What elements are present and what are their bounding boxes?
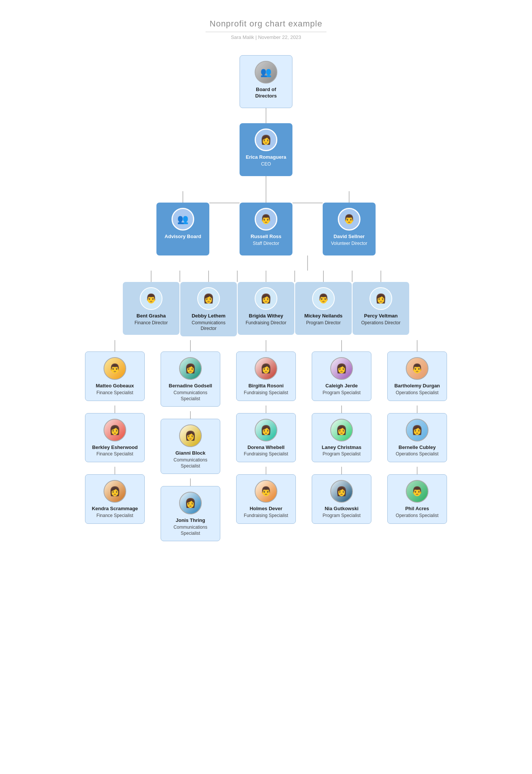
node-birgitta-title: Fundraising Specialist [244,390,288,396]
col-ops-specialists: 👨 Bartholemy Durgan Operations Specialis… [383,340,451,523]
avatar-mickey: 👨 [312,287,335,310]
node-caleigh[interactable]: 👩 Caleigh Jerde Program Specialist [312,351,371,401]
node-david-name: David Sellner [334,234,365,240]
node-jonis[interactable]: 👩 Jonis Thring Communications Specialist [161,486,220,541]
avatar-board: 👥 [255,61,277,84]
node-gianni-title: Communications Specialist [165,457,215,469]
node-debby[interactable]: 👩 Debby Lethem Communications Director [180,282,237,336]
node-berkley[interactable]: 👩 Berkley Esherwood Finance Specialist [85,413,145,462]
col-mickey: 👨 Mickey Neilands Program Director [295,271,352,335]
node-russell-title: Staff Director [253,241,279,247]
col-bent: 👨 Bent Grasha Finance Director [123,271,179,335]
node-bent-title: Finance Director [135,320,168,326]
level-3-branch: 👥 Advisory Board 👨 Russell Ross Staff Di… [156,191,376,255]
node-nia[interactable]: 👩 Nia Gutkowski Program Specialist [312,474,371,523]
node-mickey[interactable]: 👨 Mickey Neilands Program Director [295,282,352,335]
node-david-title: Volunteer Director [331,241,367,247]
node-debby-name: Debby Lethem [192,313,226,319]
node-holmes-title: Fundraising Specialist [244,513,288,519]
node-bent-name: Bent Grasha [136,313,165,319]
node-nia-title: Program Specialist [323,513,361,519]
avatar-advisory: 👥 [172,208,194,231]
avatar-birgitta: 👩 [255,357,277,380]
node-board[interactable]: 👥 Board of Directors [240,55,292,108]
node-brigida-title: Fundraising Director [246,320,286,326]
node-caleigh-name: Caleigh Jerde [325,383,357,389]
avatar-bernadine: 👩 [179,357,202,380]
node-phil-name: Phil Acres [405,506,429,512]
node-ceo-name: Erica Romaguera [246,154,286,161]
avatar-russell: 👨 [255,208,277,231]
level-2: 👩 Erica Romaguera CEO [240,123,292,191]
node-laney[interactable]: 👩 Laney Christmas Program Specialist [312,413,371,462]
node-russell[interactable]: 👨 Russell Ross Staff Director [240,203,292,255]
node-berkley-title: Finance Specialist [96,451,133,457]
node-berkley-name: Berkley Esherwood [92,444,138,451]
connector-ceo-l3 [266,176,266,191]
avatar-david: 👨 [338,208,360,231]
node-advisory[interactable]: 👥 Advisory Board [156,203,209,255]
avatar-ceo: 👩 [255,128,277,151]
level-4-section: 👨 Bent Grasha Finance Director 👩 Debby L… [123,271,409,336]
node-caleigh-title: Program Specialist [323,390,361,396]
avatar-brigida: 👩 [255,287,277,310]
level-4-row: 👨 Bent Grasha Finance Director 👩 Debby L… [123,271,409,336]
node-dorena[interactable]: 👩 Dorena Whebell Fundraising Specialist [236,413,296,462]
node-david[interactable]: 👨 David Sellner Volunteer Director [323,203,376,255]
node-debby-title: Communications Director [185,320,232,332]
node-birgitta-name: Birgitta Rosoni [248,383,283,389]
node-bent[interactable]: 👨 Bent Grasha Finance Director [123,282,179,335]
node-ceo[interactable]: 👩 Erica Romaguera CEO [240,123,292,176]
node-board-name: Board of Directors [244,87,288,99]
col-debby: 👩 Debby Lethem Communications Director [180,271,237,336]
node-bernadine[interactable]: 👩 Bernadine Godsell Communications Speci… [161,351,220,407]
avatar-nia: 👩 [330,480,353,503]
node-matteo-name: Matteo Gobeaux [96,383,134,389]
page-wrapper: Nonprofit org chart example Sara Malik |… [0,0,532,564]
node-bartholemy[interactable]: 👨 Bartholemy Durgan Operations Specialis… [387,351,447,401]
node-nia-name: Nia Gutkowski [325,506,359,512]
node-bernadine-title: Communications Specialist [165,390,215,402]
node-russell-name: Russell Ross [251,234,281,240]
col-program-specialists: 👩 Caleigh Jerde Program Specialist 👩 Lan… [308,340,376,523]
node-gianni[interactable]: 👩 Gianni Block Communications Specialist [161,419,220,474]
connector-l3-l4-wrap [307,255,308,271]
node-phil[interactable]: 👨 Phil Acres Operations Specialist [387,474,447,523]
avatar-kendra: 👩 [104,480,126,503]
node-birgitta[interactable]: 👩 Birgitta Rosoni Fundraising Specialist [236,351,296,401]
avatar-percy: 👩 [370,287,392,310]
node-bernelle-name: Bernelle Cubley [399,444,436,451]
node-bartholemy-title: Operations Specialist [396,390,438,396]
node-phil-title: Operations Specialist [396,513,438,519]
avatar-laney: 👩 [330,419,353,441]
avatar-bent: 👨 [140,287,162,310]
node-kendra-name: Kendra Scrammage [92,506,138,512]
node-percy-name: Percy Veltman [364,313,398,319]
node-matteo[interactable]: 👨 Matteo Gobeaux Finance Specialist [85,351,145,401]
node-holmes-name: Holmes Dever [250,506,283,512]
node-brigida[interactable]: 👩 Brigida Withey Fundraising Director [238,282,294,335]
node-percy[interactable]: 👩 Percy Veltman Operations Director [353,282,409,335]
col-finance-specialists: 👨 Matteo Gobeaux Finance Specialist 👩 Be… [81,340,149,523]
node-dorena-title: Fundraising Specialist [244,451,288,457]
node-bartholemy-name: Bartholemy Durgan [394,383,440,389]
node-bernelle[interactable]: 👩 Bernelle Cubley Operations Specialist [387,413,447,462]
avatar-jonis: 👩 [179,492,202,514]
node-jonis-name: Jonis Thring [176,517,205,524]
avatar-holmes: 👨 [255,480,277,503]
node-jonis-title: Communications Specialist [165,525,215,536]
col-brigida: 👩 Brigida Withey Fundraising Director [238,271,294,335]
avatar-bernelle: 👩 [406,419,428,441]
avatar-phil: 👨 [406,480,428,503]
node-dorena-name: Dorena Whebell [247,444,285,451]
col-fundraising-specialists: 👩 Birgitta Rosoni Fundraising Specialist… [232,340,300,523]
node-bernelle-title: Operations Specialist [396,451,438,457]
avatar-caleigh: 👩 [330,357,353,380]
node-laney-title: Program Specialist [323,451,361,457]
node-kendra[interactable]: 👩 Kendra Scrammage Finance Specialist [85,474,145,523]
page-title: Nonprofit org chart example [206,19,326,32]
node-holmes[interactable]: 👨 Holmes Dever Fundraising Specialist [236,474,296,523]
node-laney-name: Laney Christmas [322,444,362,451]
node-kendra-title: Finance Specialist [96,513,133,519]
level-5-section: 👨 Matteo Gobeaux Finance Specialist 👩 Be… [81,340,451,541]
